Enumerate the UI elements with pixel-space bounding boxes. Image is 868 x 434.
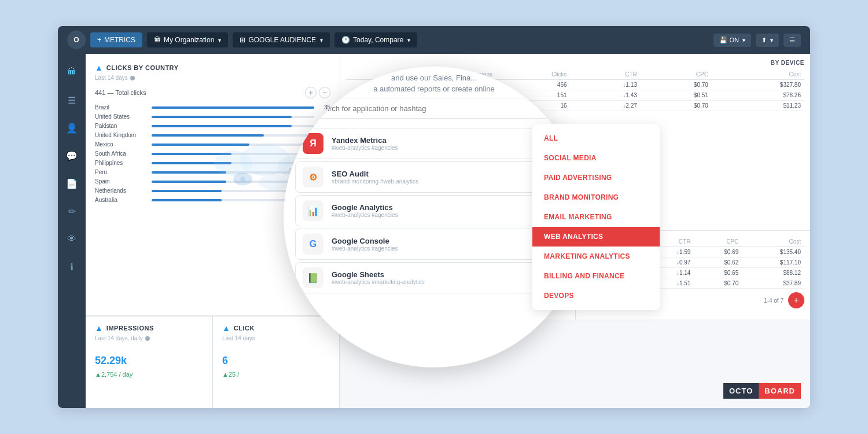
- list-item[interactable]: ⚙ SEO Audit #brand-monitoring #web-analy…: [295, 161, 573, 193]
- app-icon-gs: 📗: [303, 267, 323, 288]
- clock-icon: 🕐: [341, 36, 350, 44]
- save-icon: 💾: [719, 36, 727, 44]
- country-name: United Kingdom: [95, 132, 147, 138]
- category-devops[interactable]: DEVOPS: [532, 286, 660, 306]
- clicks-subtitle: Last 14 days: [95, 75, 330, 81]
- app-name-yandex: Yandex Metrica: [332, 136, 398, 145]
- impressions-delta: ▲2,754 / day: [95, 371, 203, 378]
- impressions-title: IMPRESSIONS: [106, 325, 154, 332]
- chart-icon: ▲: [95, 63, 103, 72]
- country-bar: [152, 116, 292, 118]
- plus-icon: +: [97, 36, 101, 44]
- share-icon: ⬆: [762, 36, 767, 44]
- category-paid[interactable]: PAID ADVERTISING: [532, 168, 660, 187]
- list-item[interactable]: 📊 Google Analytics #web-analytics #agenc…: [295, 195, 573, 226]
- nav-right: 💾 ON ⬆ ☰: [713, 34, 801, 47]
- category-marketing[interactable]: MARKETING ANALYTICS: [532, 247, 660, 266]
- th-ctr: CTR: [571, 69, 641, 80]
- country-name: United States: [95, 113, 147, 120]
- list-item: United States 30: [95, 113, 330, 120]
- share-chevron: [769, 36, 773, 43]
- add-metric-button[interactable]: +: [305, 87, 317, 98]
- category-all[interactable]: ALL: [532, 128, 660, 148]
- total-label: 441 — Total clicks: [95, 89, 146, 96]
- impressions-value: 52.29k: [95, 347, 203, 369]
- app-icon-ga: 📊: [303, 200, 323, 221]
- category-social[interactable]: SOCIAL MEDIA: [532, 148, 660, 168]
- app-name-gs: Google Sheets: [332, 270, 425, 279]
- country-name: Peru: [95, 169, 147, 175]
- th-cpc: CPC: [641, 69, 712, 80]
- country-name: South Africa: [95, 150, 147, 157]
- top-nav: O + METRICS 🏛 My Organization ⊞ GOOGLE A…: [58, 26, 810, 54]
- brand-board: BOARD: [759, 383, 801, 399]
- impressions-chart-icon: ▲: [95, 323, 103, 333]
- clicks-widget-title: CLICK: [234, 325, 255, 332]
- org-chevron: [217, 36, 221, 44]
- list-item[interactable]: 📗 Google Sheets #web-analytics #marketin…: [295, 262, 573, 293]
- sidebar-item-view[interactable]: 👁: [62, 230, 81, 248]
- search-input[interactable]: [297, 104, 571, 113]
- share-button[interactable]: ⬆: [756, 34, 779, 47]
- brand-badge: OCTO BOARD: [723, 383, 801, 399]
- org-label: My Organization: [164, 36, 214, 44]
- app-name-gc: Google Console: [332, 237, 398, 245]
- category-panel: ALLSOCIAL MEDIAPAID ADVERTISINGBRAND MON…: [532, 124, 660, 310]
- date-label: Today, Compare: [353, 36, 403, 44]
- app-tags-gc: #web-analytics #agencies: [332, 245, 398, 252]
- sidebar-item-docs[interactable]: 📄: [62, 174, 81, 193]
- th-clicks: Clicks: [496, 69, 571, 80]
- remove-metric-button[interactable]: −: [319, 87, 330, 98]
- logo: O: [67, 31, 86, 49]
- impressions-subtitle: Last 14 days, daily: [95, 335, 203, 341]
- sidebar-item-grid[interactable]: ☰: [62, 91, 81, 109]
- app-tags-gs: #web-analytics #marketing-analytics: [332, 279, 425, 285]
- on-button[interactable]: 💾 ON: [713, 34, 752, 47]
- sidebar-item-dashboard[interactable]: 🏛: [62, 63, 81, 82]
- org-icon: 🏛: [154, 36, 161, 44]
- app-name-ga: Google Analytics: [332, 203, 398, 212]
- metrics-label: METRICS: [104, 36, 135, 44]
- app-tags-ga: #web-analytics #agencies: [332, 212, 398, 218]
- clicks-title: CLICKS BY COUNTRY: [106, 64, 179, 71]
- add-row-button[interactable]: +: [788, 292, 804, 308]
- country-name: Brazil: [95, 104, 147, 111]
- sidebar-item-user[interactable]: 👤: [62, 119, 81, 137]
- total-row: 441 — Total clicks + −: [95, 87, 330, 98]
- app-icon-seo: ⚙: [303, 167, 323, 187]
- category-brand[interactable]: BRAND MONITORING: [532, 187, 660, 207]
- country-bar-wrap: [152, 116, 314, 118]
- country-bar-wrap: [152, 106, 314, 109]
- th-cost: Cost: [712, 69, 804, 80]
- category-email[interactable]: EMAIL MARKETING: [532, 207, 660, 227]
- th-blank: [346, 69, 369, 80]
- date-button[interactable]: 🕐 Today, Compare: [334, 32, 417, 47]
- metrics-button[interactable]: + METRICS: [90, 32, 142, 47]
- sidebar-item-edit[interactable]: ✏: [62, 202, 81, 220]
- hamburger-icon: ☰: [789, 36, 795, 44]
- sidebar: 🏛 ☰ 👤 💬 📄 ✏ 👁 ℹ: [58, 54, 86, 408]
- sidebar-item-info[interactable]: ℹ: [62, 258, 81, 276]
- date-chevron: [406, 36, 410, 44]
- audience-button[interactable]: ⊞ GOOGLE AUDIENCE: [233, 32, 330, 47]
- menu-button[interactable]: ☰: [784, 34, 801, 47]
- category-billing[interactable]: BILLING AND FINANCE: [532, 266, 660, 286]
- country-name: Mexico: [95, 141, 147, 148]
- on-chevron: [741, 36, 745, 43]
- list-item[interactable]: Я Yandex Metrica #web-analytics #agencie…: [295, 128, 573, 159]
- by-device-label: BY DEVICE: [771, 60, 804, 66]
- org-button[interactable]: 🏛 My Organization: [147, 32, 228, 47]
- list-item[interactable]: G Google Console #web-analytics #agencie…: [295, 229, 573, 260]
- impressions-panel: ▲ IMPRESSIONS Last 14 days, daily 52.29k…: [86, 316, 212, 408]
- audience-chevron: [319, 36, 323, 44]
- app-tags-yandex: #web-analytics #agencies: [332, 145, 398, 151]
- clicks-widget-subtitle: Last 14 days: [222, 335, 330, 341]
- list-item: Brazil 35: [95, 104, 330, 111]
- app-tags-seo: #brand-monitoring #web-analytics: [332, 178, 418, 185]
- country-name: Philippines: [95, 160, 147, 166]
- country-name: Australia: [95, 197, 147, 203]
- clicks-value: 6: [222, 347, 330, 369]
- sidebar-item-messages[interactable]: 💬: [62, 146, 81, 165]
- app-icon-gc: G: [303, 234, 323, 255]
- category-web[interactable]: WEB ANALYTICS: [532, 227, 660, 247]
